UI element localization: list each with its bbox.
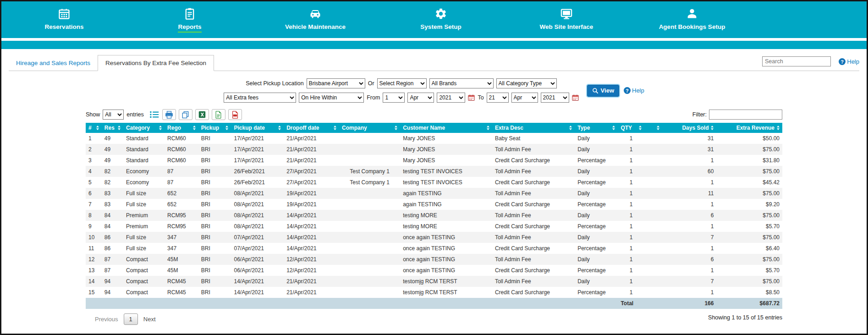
nav-label-web-site-interface: Web Site Interface [540, 23, 593, 33]
table-cell: 1 [662, 199, 717, 210]
sort-icon[interactable] [639, 126, 642, 130]
from-year-select[interactable]: 2021 [437, 93, 465, 103]
sort-icon[interactable] [159, 126, 162, 130]
res-number-link[interactable]: 84 [102, 210, 123, 221]
column-header-dropoff-date[interactable]: Dropoff date [284, 123, 339, 133]
help-link-filters[interactable]: ? Help [624, 87, 644, 94]
sort-icon[interactable] [487, 126, 489, 130]
column-header-company[interactable]: Company [339, 123, 400, 133]
res-number-link[interactable]: 83 [102, 188, 123, 199]
nav-item-web-site-interface[interactable]: Web Site Interface [504, 1, 629, 38]
next-page-button[interactable]: Next [141, 314, 159, 324]
column-header-days-sold[interactable]: Days Sold [662, 123, 717, 133]
table-row: 783Full size652BRI08/Apr/202119/Apr/2021… [86, 199, 782, 210]
res-number-link[interactable]: 82 [102, 177, 123, 188]
help-link-top[interactable]: ? Help [839, 58, 859, 65]
export-excel-button[interactable] [195, 109, 209, 120]
tab-hireage-and-sales-reports[interactable]: Hireage and Sales Reports [9, 55, 98, 71]
res-number-link[interactable]: 87 [102, 254, 123, 265]
column-visibility-list-icon[interactable] [149, 110, 159, 119]
from-month-select[interactable]: Apr [407, 93, 434, 103]
res-number-link[interactable]: 87 [102, 265, 123, 276]
region-select[interactable]: Select Region [377, 78, 427, 88]
nav-item-system-setup[interactable]: System Setup [378, 1, 504, 38]
sort-icon[interactable] [225, 126, 228, 130]
table-cell: Credit Card Surcharge [492, 287, 575, 298]
column-header-extra-desc[interactable]: Extra Desc [492, 123, 575, 133]
sort-icon[interactable] [612, 126, 615, 130]
copy-button[interactable] [179, 109, 192, 120]
column-header-res[interactable]: Res [102, 123, 123, 133]
previous-page-button[interactable]: Previous [92, 314, 121, 324]
nav-item-agent-bookings-setup[interactable]: Agent Bookings Setup [629, 1, 755, 38]
table-cell: 10 [86, 232, 102, 243]
column-header-category[interactable]: Category [123, 123, 165, 133]
column-header-label: QTY [621, 125, 632, 131]
table-cell: testing TEST INVOICES [400, 177, 492, 188]
res-number-link[interactable]: 84 [102, 221, 123, 232]
sort-icon[interactable] [96, 126, 99, 130]
res-number-link[interactable]: 82 [102, 166, 123, 177]
search-input[interactable] [762, 56, 831, 66]
column-header-qty[interactable]: QTY [618, 123, 644, 133]
column-header--[interactable]: # [86, 123, 102, 133]
to-year-select[interactable]: 2021 [541, 93, 569, 103]
table-row: 482Economy87BRI26/Feb/202127/Apr/2021Tes… [86, 166, 782, 177]
pickup-location-select[interactable]: Brisbane Airport [307, 78, 365, 88]
res-number-link[interactable]: 49 [102, 155, 123, 166]
page-number-button[interactable]: 1 [124, 313, 138, 325]
table-cell [644, 243, 662, 254]
res-number-link[interactable]: 49 [102, 133, 123, 144]
calendar-icon [58, 7, 71, 20]
column-header-pickup-date[interactable]: Pickup date [231, 123, 284, 133]
from-date-calendar-icon[interactable] [468, 94, 475, 101]
column-header-pickup[interactable]: Pickup [198, 123, 231, 133]
column-header-type[interactable]: Type [575, 123, 618, 133]
sort-icon[interactable] [193, 126, 196, 130]
nav-item-vehicle-maintenance[interactable]: Vehicle Maintenance [253, 1, 378, 38]
to-date-calendar-icon[interactable] [572, 94, 579, 101]
sort-icon[interactable] [711, 126, 714, 130]
table-cell: Toll Admin Fee [492, 188, 575, 199]
sort-icon[interactable] [278, 126, 281, 130]
to-month-select[interactable]: Apr [511, 93, 538, 103]
sort-icon[interactable] [118, 126, 121, 130]
res-number-link[interactable]: 49 [102, 144, 123, 155]
sort-icon[interactable] [395, 126, 397, 130]
table-cell: 14/Apr/2021 [284, 221, 339, 232]
view-button[interactable]: View [587, 85, 619, 97]
table-filter-input[interactable] [709, 110, 782, 120]
show-entries-select[interactable]: All [103, 110, 124, 120]
res-number-link[interactable]: 94 [102, 276, 123, 287]
table-row: 149StandardRCM60BRI17/Apr/202121/Apr/202… [86, 133, 782, 144]
column-header-blank[interactable] [644, 123, 662, 133]
hire-within-select[interactable]: On Hire Within [299, 93, 364, 103]
table-cell: 1 [662, 265, 717, 276]
table-cell: 31 [662, 144, 717, 155]
sort-icon[interactable] [569, 126, 572, 130]
from-day-select[interactable]: 1 [383, 93, 405, 103]
sort-icon[interactable] [777, 126, 780, 130]
export-csv-button[interactable] [212, 109, 225, 120]
tab-reservations-by-extra-fee-selection[interactable]: Reservations By Extra Fee Selection [98, 55, 214, 71]
res-number-link[interactable]: 94 [102, 287, 123, 298]
nav-item-reports[interactable]: Reports [127, 1, 253, 38]
res-number-link[interactable]: 86 [102, 232, 123, 243]
res-number-link[interactable]: 83 [102, 199, 123, 210]
print-button[interactable] [162, 109, 176, 120]
res-number-link[interactable]: 86 [102, 243, 123, 254]
column-header-extra-revenue[interactable]: Extra Revenue [716, 123, 782, 133]
extra-fees-select[interactable]: All Extra fees [224, 93, 296, 103]
sort-icon[interactable] [657, 126, 659, 130]
column-header-rego[interactable]: Rego [165, 123, 198, 133]
export-pdf-button[interactable] [228, 109, 242, 120]
brands-select[interactable]: All Brands [429, 78, 494, 88]
table-cell: $75.00 [716, 254, 782, 265]
sort-icon[interactable] [334, 126, 336, 130]
table-cell: 17/Apr/2021 [231, 144, 284, 155]
to-day-select[interactable]: 21 [487, 93, 509, 103]
column-header-customer-name[interactable]: Customer Name [400, 123, 492, 133]
nav-item-reservations[interactable]: Reservations [1, 1, 127, 38]
category-type-select[interactable]: All Category Type [496, 78, 557, 88]
table-cell: 08/Apr/2021 [231, 221, 284, 232]
